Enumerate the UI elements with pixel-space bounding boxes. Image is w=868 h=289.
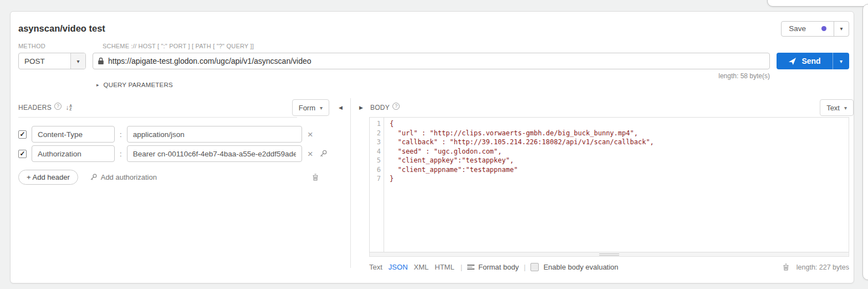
code-area[interactable]: { "url" : "http://clips.vorwaerts-gmbh.d… <box>384 118 849 252</box>
collapse-left-panel-icon[interactable]: ◀ <box>336 104 345 111</box>
clear-headers-trash-icon[interactable] <box>312 173 319 181</box>
format-body-label: Format body <box>478 263 519 271</box>
add-authorization-button[interactable]: Add authorization <box>89 173 157 181</box>
separator: | <box>524 263 525 271</box>
colon-separator: : <box>120 130 122 139</box>
header-row: ✓ : × <box>18 145 345 162</box>
body-footer-toolbar: TextJSONXMLHTML | Format body | Enable b… <box>369 263 849 271</box>
evaluation-checkbox[interactable] <box>530 263 539 271</box>
method-select[interactable]: POST ▾ <box>18 53 86 69</box>
line-number: 3 <box>370 138 381 147</box>
header-enabled-checkbox[interactable]: ✓ <box>18 150 27 158</box>
request-editor-card: asynscan/video test Save ▾ METHOD SCHEME… <box>10 11 854 283</box>
code-line: "url" : "http://clips.vorwaerts-gmbh.de/… <box>390 129 849 138</box>
headers-panel-header: HEADERS ? ↓ AZ Form ▾ ◀ <box>18 98 345 117</box>
method-dropdown-button[interactable]: ▾ <box>70 53 85 69</box>
header-name-input[interactable] <box>32 126 115 143</box>
unsaved-changes-dot-icon <box>821 26 826 31</box>
send-options-dropdown-button[interactable]: ▾ <box>833 53 849 69</box>
headers-view-mode-value: Form <box>299 104 315 112</box>
line-number: 1 <box>370 119 381 129</box>
help-icon[interactable]: ? <box>54 103 62 110</box>
enable-body-evaluation-toggle[interactable]: Enable body evaluation <box>530 263 618 271</box>
send-button[interactable]: Send <box>777 53 833 69</box>
chevron-down-icon: ▾ <box>840 26 843 32</box>
body-length-text: length: 227 bytes <box>796 263 849 271</box>
code-line: "seed" : "ugc.glodon.com", <box>390 147 849 156</box>
format-tab-html[interactable]: HTML <box>435 263 454 271</box>
auth-key-icon <box>89 173 98 181</box>
save-split-button: Save ▾ <box>781 21 849 37</box>
remove-header-icon[interactable]: × <box>307 130 314 139</box>
chevron-down-icon: ▾ <box>320 105 323 111</box>
partial-top-right-panel <box>767 0 868 7</box>
header-name-input[interactable] <box>32 145 115 162</box>
body-panel-header: ▶ BODY ? Text ▾ <box>357 98 854 117</box>
headers-panel: HEADERS ? ↓ AZ Form ▾ ◀ <box>11 98 350 275</box>
body-code-editor[interactable]: 1234567 { "url" : "http://clips.vorwaert… <box>369 117 849 252</box>
url-length-text: length: 58 byte(s) <box>93 72 770 80</box>
code-line: "client_appkey":"testappkey", <box>390 156 849 165</box>
editor-resize-handle[interactable] <box>369 252 849 257</box>
method-label: METHOD <box>18 43 86 49</box>
lock-icon <box>98 57 104 65</box>
header-rows-list: ✓ : × ✓ <box>18 126 345 162</box>
header-value-input[interactable] <box>127 126 302 143</box>
sort-headers-icon[interactable]: ↓ AZ <box>65 104 72 111</box>
header-value-input[interactable] <box>127 145 302 162</box>
send-split-button: Send ▾ <box>777 53 849 69</box>
panel-divider <box>350 98 351 268</box>
collapse-right-panel-icon[interactable]: ▶ <box>357 104 365 111</box>
body-title: BODY <box>370 104 390 111</box>
format-tab-xml[interactable]: XML <box>414 263 429 271</box>
expand-triangle-icon: ▸ <box>96 82 99 88</box>
clear-body-trash-icon[interactable] <box>782 263 790 271</box>
line-number: 5 <box>370 156 381 165</box>
evaluation-label: Enable body evaluation <box>543 263 618 271</box>
body-view-mode-value: Text <box>826 104 840 112</box>
auth-key-icon[interactable] <box>319 149 328 158</box>
code-line: "client_appname":"testappname" <box>390 165 849 175</box>
remove-header-icon[interactable]: × <box>307 149 314 159</box>
query-parameters-label: QUERY PARAMETERS <box>104 82 173 88</box>
code-line: { <box>390 119 849 129</box>
send-button-label: Send <box>801 57 820 65</box>
scheme-label: SCHEME :// HOST [ ":" PORT ] [ PATH [ "?… <box>93 43 770 49</box>
url-field <box>93 53 770 69</box>
body-view-mode-dropdown[interactable]: Text ▾ <box>820 99 854 116</box>
colon-separator: : <box>120 150 122 158</box>
add-header-button[interactable]: + Add header <box>18 170 78 185</box>
paper-plane-icon <box>788 57 796 65</box>
line-number-gutter: 1234567 <box>370 118 384 252</box>
line-number: 4 <box>370 147 381 156</box>
save-button[interactable]: Save <box>782 22 834 36</box>
url-input[interactable] <box>108 57 765 65</box>
line-number: 6 <box>370 165 381 175</box>
format-body-button[interactable]: Format body <box>467 263 519 271</box>
header-enabled-checkbox[interactable]: ✓ <box>18 130 27 139</box>
format-tabs: TextJSONXMLHTML <box>369 263 461 271</box>
line-number: 2 <box>370 129 381 138</box>
format-tab-text[interactable]: Text <box>369 263 382 271</box>
method-value: POST <box>19 53 70 69</box>
request-line: METHOD SCHEME :// HOST [ ":" PORT ] [ PA… <box>11 37 854 88</box>
header-row: ✓ : × <box>18 126 345 143</box>
format-lines-icon <box>467 265 474 270</box>
app-window: asynscan/video test Save ▾ METHOD SCHEME… <box>0 0 868 289</box>
body-panel: ▶ BODY ? Text ▾ 1234567 { "url" : "http:… <box>350 98 854 275</box>
query-parameters-toggle[interactable]: ▸ QUERY PARAMETERS <box>93 82 770 88</box>
help-icon[interactable]: ? <box>392 103 400 110</box>
headers-actions-row: + Add header Add authorization <box>18 170 345 185</box>
format-tab-json[interactable]: JSON <box>389 263 408 271</box>
separator: | <box>461 263 462 271</box>
page-title: asynscan/video test <box>18 23 105 34</box>
save-options-dropdown-button[interactable]: ▾ <box>834 22 849 36</box>
chevron-down-icon: ▾ <box>844 105 847 111</box>
headers-view-mode-dropdown[interactable]: Form ▾ <box>292 99 329 116</box>
chevron-down-icon: ▾ <box>840 58 843 64</box>
partial-right-panel <box>862 4 868 280</box>
line-number: 7 <box>370 174 381 184</box>
title-row: asynscan/video test Save ▾ <box>11 12 854 37</box>
add-authorization-label: Add authorization <box>101 173 157 181</box>
code-line: } <box>390 174 849 184</box>
